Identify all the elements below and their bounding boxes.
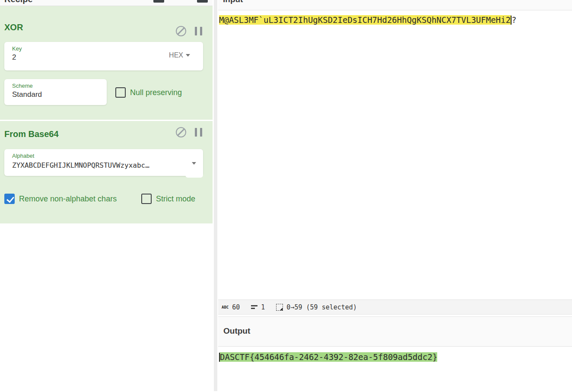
- input-panel-header: Input: [218, 0, 572, 10]
- breakpoint-pause-icon[interactable]: [195, 26, 202, 36]
- cyberchef-app: Recipe XOR Key 2 HEX Scheme Standard: [0, 0, 572, 392]
- chevron-down-icon: [186, 54, 190, 57]
- operation-title: From Base64: [4, 129, 59, 139]
- null-preserving-option: Null preserving: [115, 87, 182, 98]
- recipe-panel-title: Recipe: [4, 0, 33, 4]
- load-recipe-icon[interactable]: [197, 0, 208, 3]
- input-panel-title: Input: [223, 0, 243, 4]
- input-textarea[interactable]: M@ASL3MF`uL3ICT2IhUgKSD2IeDsICH7Hd26HhQg…: [218, 11, 572, 299]
- output-panel-title: Output: [223, 326, 250, 336]
- save-recipe-icon[interactable]: [153, 0, 164, 3]
- input-selected-text: M@ASL3MF`uL3ICT2IhUgKSD2IeDsICH7Hd26HhQg…: [219, 15, 511, 25]
- output-panel-header: Output: [218, 316, 572, 347]
- chevron-down-icon[interactable]: [192, 162, 196, 165]
- base64-alphabet-input[interactable]: ZYXABCDEFGHIJKLMNOPQRSTUVWzyxabc…: [12, 161, 149, 169]
- strict-mode-checkbox[interactable]: [141, 194, 152, 204]
- line-count-value: 1: [261, 303, 265, 311]
- selection-info: 0→59 (59 selected): [286, 303, 357, 311]
- disable-operation-icon[interactable]: [176, 26, 186, 36]
- checkbox-label: Remove non-alphabet chars: [19, 194, 117, 204]
- line-count-icon: [251, 305, 257, 309]
- recipe-panel-header: Recipe: [0, 0, 213, 6]
- io-panel: Input M@ASL3MF`uL3ICT2IhUgKSD2IeDsICH7Hd…: [218, 0, 572, 392]
- remove-non-alphabet-checkbox[interactable]: [4, 194, 15, 204]
- xor-scheme-value: Standard: [12, 90, 42, 99]
- disable-operation-icon[interactable]: [176, 127, 186, 137]
- xor-key-field[interactable]: Key 2 HEX: [4, 42, 203, 70]
- xor-key-input[interactable]: 2: [12, 53, 16, 62]
- remove-non-alphabet-option: Remove non-alphabet chars: [4, 194, 117, 204]
- selection-icon: [276, 304, 283, 311]
- breakpoint-pause-icon[interactable]: [195, 127, 202, 137]
- xor-key-type-value: HEX: [169, 51, 183, 59]
- output-highlighted-text: DASCTF{454646fa-2462-4392-82ea-5f809ad5d…: [220, 352, 437, 362]
- alphabet-dropdown-tab: [185, 173, 203, 178]
- null-preserving-checkbox[interactable]: [115, 87, 126, 98]
- arg-label: Scheme: [12, 83, 33, 89]
- xor-scheme-select[interactable]: Scheme Standard: [4, 79, 107, 105]
- input-status-bar: ABC 60 1 0→59 (59 selected): [218, 300, 572, 315]
- xor-key-type-dropdown[interactable]: HEX: [169, 51, 190, 59]
- char-count-value: 60: [232, 303, 240, 311]
- operation-xor[interactable]: XOR Key 2 HEX Scheme Standard Null prese…: [0, 6, 213, 120]
- arg-label: Key: [12, 45, 22, 52]
- output-textarea: DASCTF{454646fa-2462-4392-82ea-5f809ad5d…: [218, 347, 572, 392]
- strict-mode-option: Strict mode: [141, 194, 195, 204]
- operation-title: XOR: [4, 22, 23, 32]
- checkbox-label: Strict mode: [156, 194, 195, 204]
- operation-from-base64[interactable]: From Base64 Alphabet ZYXABCDEFGHIJKLMNOP…: [0, 121, 213, 223]
- char-count-icon: ABC: [222, 305, 229, 309]
- arg-label: Alphabet: [12, 153, 34, 159]
- checkbox-label: Null preserving: [130, 88, 182, 97]
- input-trailing-text: ?: [512, 15, 516, 25]
- panel-splitter[interactable]: [213, 0, 218, 391]
- recipe-panel: Recipe XOR Key 2 HEX Scheme Standard: [0, 0, 213, 392]
- base64-alphabet-field[interactable]: Alphabet ZYXABCDEFGHIJKLMNOPQRSTUVWzyxab…: [4, 149, 203, 176]
